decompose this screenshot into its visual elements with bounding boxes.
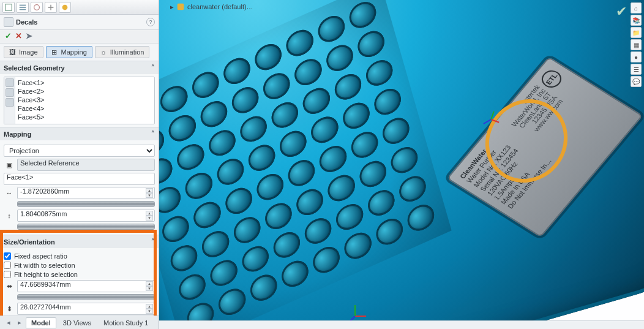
dimxpert-manager-tab[interactable] bbox=[45, 2, 57, 13]
spinner[interactable]: ▲▼ bbox=[146, 281, 153, 291]
panel-scroll-body: Selected Geometry˄ Face<1> Face<2> Face<… bbox=[0, 61, 159, 316]
property-manager-panel: Decals ? ✓ ✕ ➤ 🖼Image ⊞Mapping ☼Illumina… bbox=[0, 0, 159, 329]
mapping-type-select[interactable]: Projection bbox=[4, 145, 155, 157]
cancel-button[interactable]: ✕ bbox=[15, 31, 22, 40]
svg-rect-1 bbox=[20, 4, 26, 6]
section-mapping: Mapping˄ Projection ▣ Selected Reference bbox=[0, 127, 159, 235]
fixed-aspect-label: Fixed aspect ratio bbox=[14, 252, 67, 260]
section-head-size[interactable]: Size/Orientation˄ bbox=[0, 235, 159, 248]
section-selected-geometry: Selected Geometry˄ Face<1> Face<2> Face<… bbox=[0, 61, 159, 127]
tab-illumination-label: Illumination bbox=[110, 48, 144, 56]
fit-height-label: Fit height to selection bbox=[14, 271, 78, 278]
help-icon[interactable]: ? bbox=[146, 18, 155, 26]
tab-motionstudy[interactable]: Motion Study 1 bbox=[98, 317, 154, 328]
confirm-row: ✓ ✕ ➤ bbox=[0, 30, 159, 43]
list-icon-column bbox=[4, 77, 15, 124]
feature-manager-tab[interactable] bbox=[2, 2, 15, 13]
reference-icon: ▣ bbox=[4, 159, 15, 170]
height-input[interactable]: 26.02727044mm ▲▼ bbox=[17, 303, 155, 315]
width-icon: ⬌ bbox=[4, 281, 15, 292]
spinner[interactable]: ▲▼ bbox=[146, 211, 153, 221]
decals-icon bbox=[4, 17, 13, 27]
svg-rect-2 bbox=[20, 7, 26, 8]
breadcrumb-chevron-icon: ▸ bbox=[170, 3, 174, 11]
ok-button[interactable]: ✓ bbox=[5, 31, 12, 40]
list-item[interactable]: Face<4> bbox=[18, 104, 152, 113]
selected-reference-label: Selected Reference bbox=[17, 159, 155, 171]
spinner[interactable]: ▲▼ bbox=[146, 304, 153, 314]
list-item[interactable]: Face<5> bbox=[18, 113, 152, 121]
tab-mapping-label: Mapping bbox=[61, 48, 87, 56]
section-size-orientation: Size/Orientation˄ Fixed aspect ratio Fit… bbox=[0, 235, 159, 316]
document-tabs: ◂ ▸ Model 3D Views Motion Study 1 bbox=[0, 316, 159, 329]
svg-point-5 bbox=[62, 4, 68, 10]
tabs-next-button[interactable]: ▸ bbox=[15, 319, 24, 327]
offset-h-icon: ↔ bbox=[4, 187, 15, 199]
tab-3dviews[interactable]: 3D Views bbox=[58, 317, 97, 328]
width-input[interactable]: 47.66899347mm ▲▼ bbox=[17, 280, 155, 292]
tabs-prev-button[interactable]: ◂ bbox=[4, 319, 13, 327]
svg-rect-0 bbox=[6, 4, 12, 10]
panel-header: Decals ? bbox=[0, 15, 159, 30]
tab-model[interactable]: Model bbox=[26, 317, 56, 328]
taskpane-forum-icon[interactable]: 💬 bbox=[631, 76, 642, 87]
height-icon: ⬍ bbox=[4, 303, 15, 314]
confirm-corner-icon[interactable]: ✔ bbox=[616, 4, 627, 20]
tab-mapping[interactable]: ⊞Mapping bbox=[46, 46, 92, 58]
offset-v-slider[interactable] bbox=[17, 224, 155, 230]
selected-geometry-list[interactable]: Face<1> Face<2> Face<3> Face<4> Face<5> bbox=[4, 77, 155, 124]
configuration-manager-tab[interactable] bbox=[31, 2, 43, 13]
taskpane-appearances-icon[interactable]: ● bbox=[631, 51, 642, 62]
graphics-viewport[interactable]: 🔍 ▣ ↺ ◩ ◈ ▦ 👁 🎨 ⬚ ▸ cleanwater (default)… bbox=[159, 0, 644, 329]
tab-image-label: Image bbox=[19, 48, 38, 56]
section-head-mapping[interactable]: Mapping˄ bbox=[0, 127, 159, 140]
taskpane-view-palette-icon[interactable]: ▦ bbox=[631, 39, 642, 50]
width-slider[interactable] bbox=[17, 294, 155, 300]
breadcrumb-text: cleanwater (default)… bbox=[187, 3, 253, 10]
pushpin-button[interactable]: ➤ bbox=[26, 31, 32, 40]
list-item[interactable]: Face<2> bbox=[18, 87, 152, 96]
part-icon bbox=[176, 2, 185, 11]
taskpane-design-library-icon[interactable]: 📚 bbox=[631, 15, 642, 26]
tab-illumination[interactable]: ☼Illumination bbox=[95, 46, 150, 58]
list-item[interactable]: Face<1> bbox=[18, 78, 152, 87]
taskpane-resources-icon[interactable]: ⌂ bbox=[631, 2, 642, 13]
decal-origin-triad[interactable] bbox=[482, 110, 500, 127]
panel-title: Decals bbox=[16, 18, 37, 26]
list-item[interactable]: Face<3> bbox=[18, 96, 152, 104]
model-scene: ETL Intertek WaterWorld, Inc CleanLand, … bbox=[159, 0, 644, 329]
svg-rect-6 bbox=[178, 4, 184, 10]
fit-width-label: Fit width to selection bbox=[14, 262, 75, 269]
selected-reference-value[interactable]: Face<1> bbox=[4, 173, 155, 185]
fit-width-checkbox[interactable] bbox=[4, 262, 11, 269]
offset-horizontal-input[interactable]: -1.87202860mm ▲▼ bbox=[17, 187, 155, 199]
decal-subtabs: 🖼Image ⊞Mapping ☼Illumination bbox=[0, 43, 159, 61]
offset-v-icon: ↕ bbox=[4, 210, 15, 221]
offset-vertical-input[interactable]: 1.80400875mm ▲▼ bbox=[17, 210, 155, 222]
svg-point-4 bbox=[34, 4, 40, 10]
svg-rect-3 bbox=[20, 9, 26, 10]
viewport-bottom-scrollbar[interactable] bbox=[159, 320, 644, 329]
manager-tab-strip bbox=[0, 0, 159, 15]
spinner[interactable]: ▲▼ bbox=[146, 188, 153, 198]
breadcrumb[interactable]: ▸ cleanwater (default)… bbox=[170, 2, 253, 11]
taskpane-custom-props-icon[interactable]: ☰ bbox=[631, 64, 642, 75]
fixed-aspect-checkbox[interactable] bbox=[4, 252, 11, 260]
property-manager-tab[interactable] bbox=[17, 2, 29, 13]
fit-height-checkbox[interactable] bbox=[4, 271, 11, 278]
tab-image[interactable]: 🖼Image bbox=[4, 46, 43, 58]
task-pane-tabs: ⌂ 📚 📁 ▦ ● ☰ 💬 bbox=[631, 2, 642, 87]
section-head-selected-geometry[interactable]: Selected Geometry˄ bbox=[0, 61, 159, 74]
taskpane-file-explorer-icon[interactable]: 📁 bbox=[631, 27, 642, 38]
display-manager-tab[interactable] bbox=[59, 2, 71, 13]
offset-h-slider[interactable] bbox=[17, 201, 155, 207]
